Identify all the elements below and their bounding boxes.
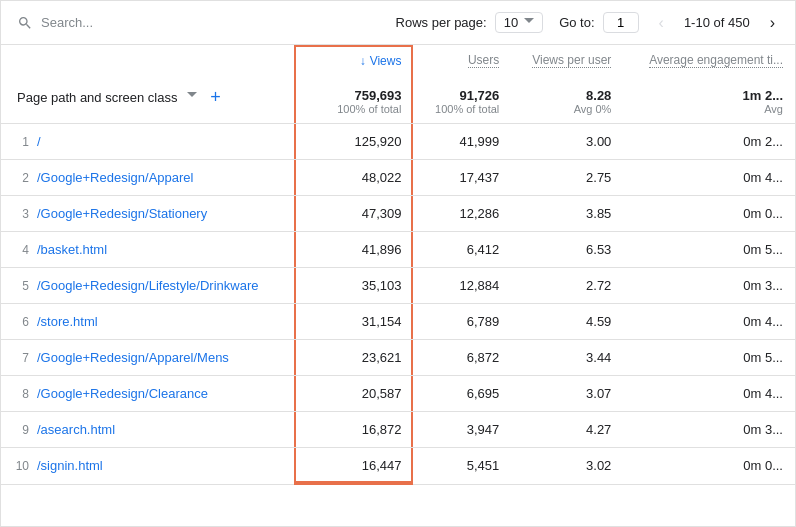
cell-num: 3 /Google+Redesign/Stationery [1, 196, 294, 231]
col-views-header: ↓ Views 759,693 100% of total [294, 45, 414, 124]
col-users-header: Users 91,726 100% of total [413, 45, 511, 124]
cell-num: 7 /Google+Redesign/Apparel/Mens [1, 340, 294, 375]
col-vpu-inner: Views per user 8.28 Avg 0% [511, 45, 623, 123]
cell-page[interactable]: /basket.html [37, 242, 107, 257]
cell-num: 2 /Google+Redesign/Apparel [1, 160, 294, 195]
cell-users: 5,451 [413, 448, 511, 485]
views-label[interactable]: Views [370, 54, 402, 68]
table-row: 4 /basket.html 41,896 6,412 6.53 0m 5... [1, 232, 795, 268]
cell-users: 6,412 [413, 232, 511, 268]
views-value: 48,022 [306, 170, 402, 185]
cell-views: 35,103 [294, 268, 414, 304]
row-num: 6 [13, 315, 37, 329]
vpu-total: 8.28 [586, 88, 611, 103]
cell-vpu: 6.53 [511, 232, 623, 268]
views-value: 35,103 [306, 278, 402, 293]
col-avg-inner: Average engagement ti... 1m 2... Avg [623, 45, 795, 123]
cell-page[interactable]: /store.html [37, 314, 98, 329]
vpu-label[interactable]: Views per user [532, 53, 611, 68]
col-page-header-inner: Page path and screen class + [1, 79, 294, 115]
cell-page[interactable]: /asearch.html [37, 422, 115, 437]
row-num: 7 [13, 351, 37, 365]
table-row: 8 /Google+Redesign/Clearance 20,587 6,69… [1, 376, 795, 412]
page-path-label: Page path and screen class [17, 90, 177, 105]
search-placeholder[interactable]: Search... [41, 15, 93, 30]
cell-views: 47,309 [294, 196, 414, 232]
search-icon [17, 15, 33, 31]
cell-page[interactable]: /Google+Redesign/Apparel [37, 170, 193, 185]
views-value: 41,896 [306, 242, 402, 257]
cell-num: 6 /store.html [1, 304, 294, 339]
cell-num: 10 /signin.html [1, 448, 294, 483]
cell-vpu: 2.72 [511, 268, 623, 304]
row-num: 10 [13, 459, 37, 473]
avg-label-row: Average engagement ti... [649, 53, 783, 68]
views-label-row: ↓ Views [360, 54, 402, 68]
main-container: Search... Rows per page: 10 Go to: ‹ 1-1… [0, 0, 796, 527]
table-row: 5 /Google+Redesign/Lifestyle/Drinkware 3… [1, 268, 795, 304]
row-num: 1 [13, 135, 37, 149]
views-value: 20,587 [306, 386, 402, 401]
cell-num: 4 /basket.html [1, 232, 294, 267]
vpu-label-row: Views per user [532, 53, 611, 68]
cell-page[interactable]: /Google+Redesign/Lifestyle/Drinkware [37, 278, 258, 293]
table-wrapper: Page path and screen class + ↓ Views [1, 45, 795, 526]
views-value: 16,447 [306, 458, 402, 473]
cell-vpu: 3.44 [511, 340, 623, 376]
cell-users: 6,695 [413, 376, 511, 412]
cell-views: 16,447 [294, 448, 414, 485]
users-label[interactable]: Users [468, 53, 499, 68]
users-total: 91,726 [459, 88, 499, 103]
rows-per-page-select[interactable]: 10 [495, 12, 543, 33]
cell-users: 6,789 [413, 304, 511, 340]
cell-num: 1 / [1, 124, 294, 159]
cell-vpu: 4.27 [511, 412, 623, 448]
vpu-sub: Avg 0% [574, 103, 612, 115]
cell-num: 8 /Google+Redesign/Clearance [1, 376, 294, 411]
views-value: 125,920 [306, 134, 402, 149]
avg-label[interactable]: Average engagement ti... [649, 53, 783, 68]
data-table: Page path and screen class + ↓ Views [1, 45, 795, 485]
cell-avg: 0m 2... [623, 124, 795, 160]
cell-vpu: 2.75 [511, 160, 623, 196]
cell-avg: 0m 3... [623, 412, 795, 448]
cell-views: 48,022 [294, 160, 414, 196]
cell-page[interactable]: /signin.html [37, 458, 103, 473]
cell-views: 31,154 [294, 304, 414, 340]
cell-avg: 0m 5... [623, 232, 795, 268]
top-bar: Search... Rows per page: 10 Go to: ‹ 1-1… [1, 1, 795, 45]
search-area: Search... [17, 15, 93, 31]
cell-users: 17,437 [413, 160, 511, 196]
prev-page-button[interactable]: ‹ [655, 12, 668, 34]
table-row: 7 /Google+Redesign/Apparel/Mens 23,621 6… [1, 340, 795, 376]
views-total: 759,693 [354, 88, 401, 103]
cell-users: 3,947 [413, 412, 511, 448]
cell-users: 41,999 [413, 124, 511, 160]
goto-label: Go to: [559, 15, 594, 30]
cell-page[interactable]: /Google+Redesign/Apparel/Mens [37, 350, 229, 365]
table-row: 1 / 125,920 41,999 3.00 0m 2... [1, 124, 795, 160]
add-column-button[interactable]: + [205, 87, 225, 107]
next-page-button[interactable]: › [766, 12, 779, 34]
cell-page[interactable]: /Google+Redesign/Stationery [37, 206, 207, 221]
rows-per-page-label: Rows per page: [396, 15, 487, 30]
page-path-dropdown-icon[interactable] [187, 92, 197, 102]
views-value: 16,872 [306, 422, 402, 437]
pagination-area: Rows per page: 10 Go to: ‹ 1-10 of 450 › [396, 12, 779, 34]
cell-page[interactable]: / [37, 134, 41, 149]
row-num: 4 [13, 243, 37, 257]
views-value: 47,309 [306, 206, 402, 221]
goto-input[interactable] [603, 12, 639, 33]
col-users-inner: Users 91,726 100% of total [413, 45, 511, 123]
cell-page[interactable]: /Google+Redesign/Clearance [37, 386, 208, 401]
cell-views: 20,587 [294, 376, 414, 412]
table-row: 10 /signin.html 16,447 5,451 3.02 0m 0..… [1, 448, 795, 485]
cell-vpu: 3.07 [511, 376, 623, 412]
cell-vpu: 4.59 [511, 304, 623, 340]
cell-vpu: 3.00 [511, 124, 623, 160]
cell-avg: 0m 5... [623, 340, 795, 376]
cell-avg: 0m 0... [623, 196, 795, 232]
table-row: 2 /Google+Redesign/Apparel 48,022 17,437… [1, 160, 795, 196]
views-pct: 100% of total [337, 103, 401, 115]
cell-avg: 0m 3... [623, 268, 795, 304]
